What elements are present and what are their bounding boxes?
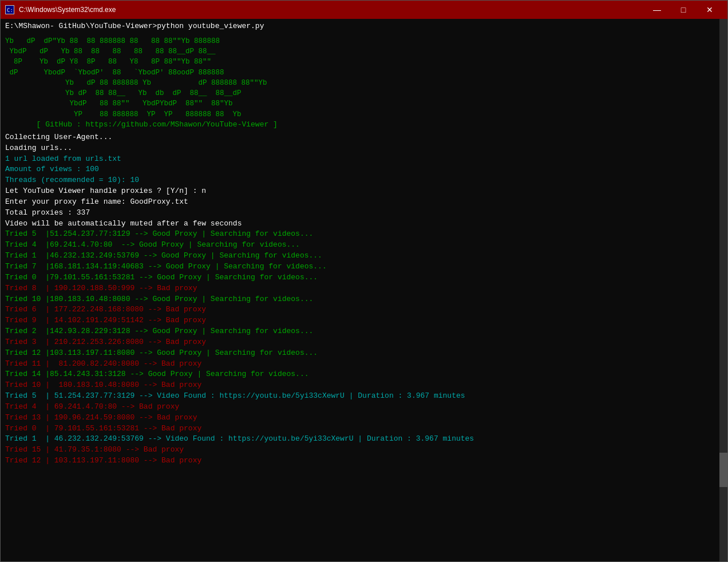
title-bar-controls: — □ ✕	[644, 1, 723, 19]
scrollbar[interactable]	[719, 19, 727, 561]
terminal-line-9: Tried 5 |51.254.237.77:3129 --> Good Pro…	[5, 229, 723, 240]
terminal-line-12: Tried 7 |168.181.134.119:40683 --> Good …	[5, 262, 723, 272]
ascii-art-1: Yb dP dP"Yb 88 88 888888 88 88 88""Yb 88…	[5, 37, 723, 46]
terminal-line-29: Tried 15 | 41.79.35.1:8080 --> Bad proxy	[5, 445, 723, 456]
terminal-line-25: Tried 4 | 69.241.4.70:80 --> Bad proxy	[5, 402, 723, 413]
terminal-line-14: Tried 8 | 190.120.188.50:999 --> Bad pro…	[5, 283, 723, 294]
terminal-line-22: Tried 14 |85.14.243.31:3128 --> Good Pro…	[5, 369, 723, 380]
terminal-line-0: Collecting User-Agent...	[5, 132, 723, 143]
terminal-line-19: Tried 3 | 210.212.253.226:8080 --> Bad p…	[5, 337, 723, 348]
terminal-line-1: Loading urls...	[5, 143, 723, 154]
terminal-line-8: Video will be automatically muted after …	[5, 219, 723, 229]
close-button[interactable]: ✕	[697, 1, 723, 19]
terminal: E:\MShawon- GitHub\YouTube-Viewer>python…	[1, 19, 727, 561]
terminal-line-23: Tried 10 | 180.183.10.48:8080 --> Bad pr…	[5, 380, 723, 391]
terminal-line-2: 1 url loaded from urls.txt	[5, 154, 723, 165]
terminal-line-10: Tried 4 |69.241.4.70:80 --> Good Proxy |…	[5, 240, 723, 251]
maximize-button[interactable]: □	[670, 1, 697, 19]
terminal-line-30: Tried 12 | 103.113.197.11:8080 --> Bad p…	[5, 456, 723, 466]
scrollbar-thumb[interactable]	[719, 453, 727, 487]
terminal-line-20: Tried 12 |103.113.197.11:8080 --> Good P…	[5, 348, 723, 359]
prompt-line: E:\MShawon- GitHub\YouTube-Viewer>python…	[5, 21, 723, 32]
cmd-icon: C:	[5, 5, 14, 14]
terminal-line-16: Tried 6 | 177.222.248.168:8080 --> Bad p…	[5, 304, 723, 315]
ascii-art-6: Yb dP 88 88__ Yb db dP 88__ 88__dP	[5, 89, 723, 98]
svg-text:C:: C:	[7, 7, 13, 13]
ascii-art-7: YbdP 88 88"" YbdPYbdP 88"" 88"Yb	[5, 99, 723, 108]
window: C: C:\Windows\System32\cmd.exe — □ ✕ E:\…	[0, 0, 728, 562]
terminal-line-17: Tried 9 | 14.102.191.249:51142 --> Bad p…	[5, 315, 723, 326]
terminal-line-18: Tried 2 |142.93.28.229:3128 --> Good Pro…	[5, 326, 723, 337]
terminal-line-3: Amount of views : 100	[5, 164, 723, 175]
terminal-line-21: Tried 11 | 81.200.82.240:8080 --> Bad pr…	[5, 359, 723, 370]
output-lines: Collecting User-Agent...Loading urls...1…	[5, 132, 723, 466]
terminal-line-24: Tried 5 | 51.254.237.77:3129 --> Video F…	[5, 391, 723, 402]
title-bar: C: C:\Windows\System32\cmd.exe — □ ✕	[1, 1, 727, 19]
terminal-line-27: Tried 0 | 79.101.55.161:53281 --> Bad pr…	[5, 424, 723, 434]
terminal-line-11: Tried 1 |46.232.132.249:53769 --> Good P…	[5, 251, 723, 262]
ascii-art-4: dP YbodP `YbodP' 88 `YbodP' 88oodP 88888…	[5, 68, 723, 77]
github-link: [ GitHub : https://github.com/MShawon/Yo…	[5, 120, 723, 129]
terminal-line-5: Let YouTube Viewer handle proxies ? [Y/n…	[5, 186, 723, 197]
ascii-art-8: YP 88 888888 YP YP 888888 88 Yb	[5, 110, 723, 119]
terminal-line-15: Tried 10 |180.183.10.48:8080 --> Good Pr…	[5, 294, 723, 305]
ascii-art-3: 8P Yb dP Y8 8P 88 Y8 8P 88""Yb 88""	[5, 57, 723, 66]
title-bar-left: C: C:\Windows\System32\cmd.exe	[5, 5, 116, 14]
ascii-art-2: YbdP dP Yb 88 88 88 88 88 88__dP 88__	[5, 47, 723, 56]
terminal-line-26: Tried 13 | 190.96.214.59:8080 --> Bad pr…	[5, 413, 723, 424]
terminal-line-6: Enter your proxy file name: GoodProxy.tx…	[5, 197, 723, 208]
minimize-button[interactable]: —	[644, 1, 670, 19]
ascii-art-5: Yb dP 88 888888 Yb dP 888888 88""Yb	[5, 78, 723, 88]
window-title: C:\Windows\System32\cmd.exe	[19, 6, 116, 14]
terminal-line-4: Threads (recommended = 10): 10	[5, 175, 723, 186]
terminal-line-28: Tried 1 | 46.232.132.249:53769 --> Video…	[5, 434, 723, 445]
terminal-line-7: Total proxies : 337	[5, 208, 723, 219]
terminal-line-13: Tried 0 |79.101.55.161:53281 --> Good Pr…	[5, 272, 723, 283]
